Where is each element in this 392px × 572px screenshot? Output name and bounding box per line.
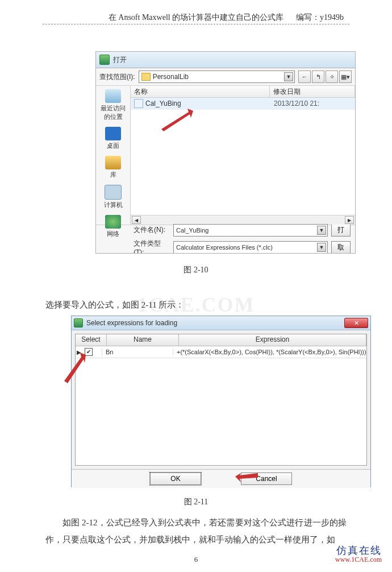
file-list-header: 名称 修改日期 <box>131 86 355 98</box>
dialog-button-row: OK Cancel <box>72 469 370 488</box>
chevron-down-icon[interactable]: ▼ <box>317 243 326 252</box>
file-date: 2013/12/10 21: <box>274 100 319 107</box>
header-divider <box>43 24 349 24</box>
place-recent[interactable]: 最近访问的位置 <box>98 88 128 123</box>
filename-value: Cal_YuBing <box>176 227 209 234</box>
grid-row[interactable]: ▶ ✔ Bn +(*(ScalarX(<Bx,By,0>), Cos(PHI))… <box>76 346 366 358</box>
svg-marker-0 <box>161 109 193 131</box>
cancel-button[interactable]: 取 <box>331 241 351 254</box>
filename-field[interactable]: Cal_YuBing ▼ <box>173 224 328 237</box>
nav-newfolder-button[interactable]: ✧ <box>326 71 338 83</box>
place-computer[interactable]: 计算机 <box>98 184 128 212</box>
scroll-left-icon[interactable]: ◀ <box>132 216 141 224</box>
open-dialog-titlebar: 打开 <box>96 52 355 68</box>
place-library-label: 库 <box>110 171 116 179</box>
expression-grid: Select Name Expression ▶ ✔ Bn +(*(Scalar… <box>75 334 367 466</box>
filetype-value: Calculator Expressions Files (*.clc) <box>176 244 273 251</box>
nav-back-button[interactable]: ← <box>298 71 311 83</box>
place-desktop-label: 桌面 <box>107 142 119 150</box>
file-name: Cal_YuBing <box>145 100 274 107</box>
col-name[interactable]: Name <box>107 334 179 346</box>
close-icon: ✕ <box>354 320 359 327</box>
col-date[interactable]: 修改日期 <box>270 86 355 97</box>
page-number: 6 <box>0 555 392 564</box>
open-dialog-title: 打开 <box>113 55 127 65</box>
dialog-titlebar: Select expressions for loading ✕ <box>72 316 370 330</box>
nav-viewmenu-button[interactable]: ▦▾ <box>339 71 352 83</box>
col-expression[interactable]: Expression <box>179 334 366 346</box>
col-name[interactable]: 名称 <box>131 86 270 97</box>
row-expression: +(*(ScalarX(<Bx,By,0>), Cos(PHI)), *(Sca… <box>173 349 366 355</box>
grid-header: Select Name Expression <box>76 334 366 346</box>
lookin-combo[interactable]: PersonalLib ▼ <box>139 71 295 83</box>
footer-brand-cn: 仿真在线 <box>335 546 382 555</box>
place-library[interactable]: 库 <box>98 155 128 181</box>
place-desktop[interactable]: 桌面 <box>98 126 128 152</box>
place-network[interactable]: 网络 <box>98 214 128 241</box>
dialog-title: Select expressions for loading <box>86 319 177 327</box>
close-button[interactable]: ✕ <box>344 318 368 328</box>
app-icon <box>99 55 110 65</box>
paragraph-2: 如图 2-12，公式已经导入到公式表中，若还需要对这个公式进行进一步的操作，只要… <box>45 514 347 548</box>
folder-icon <box>141 73 151 81</box>
lookin-value: PersonalLib <box>153 73 189 81</box>
filename-label: 文件名(N): <box>134 225 170 235</box>
cancel-button[interactable]: Cancel <box>241 472 292 485</box>
file-list[interactable]: 名称 修改日期 Cal_YuBing 2013/12/10 21: ◀ ▶ <box>131 86 355 225</box>
library-icon <box>105 156 121 169</box>
footer-brand-en: www.1CAE.com <box>335 555 382 564</box>
row-checkbox[interactable]: ✔ <box>85 348 93 356</box>
desktop-icon <box>105 127 121 140</box>
file-icon <box>134 99 143 108</box>
place-computer-label: 计算机 <box>104 201 123 209</box>
figure1-caption: 图 2-10 <box>0 265 392 275</box>
figure2-caption: 图 2-11 <box>0 497 392 507</box>
row-indicator-icon: ▶ <box>77 349 81 355</box>
computer-icon <box>105 185 122 200</box>
place-recent-label: 最近访问的位置 <box>98 104 128 121</box>
footer-brand: 仿真在线 www.1CAE.com <box>335 546 382 564</box>
filetype-field[interactable]: Calculator Expressions Files (*.clc) ▼ <box>173 241 328 254</box>
row-name: Bn <box>102 349 173 355</box>
nav-up-button[interactable]: ↰ <box>312 71 324 83</box>
app-icon <box>74 318 83 328</box>
chevron-down-icon[interactable]: ▼ <box>284 72 293 81</box>
annotation-arrow-icon <box>159 109 199 131</box>
lookin-label: 查找范围(I): <box>99 72 135 82</box>
file-row[interactable]: Cal_YuBing 2013/12/10 21: <box>131 98 355 110</box>
paragraph-1: 选择要导入的公式，如图 2-11 所示： <box>45 297 347 312</box>
doc-header-author: 编写：y1949b <box>296 13 344 23</box>
filetype-label: 文件类型(T): <box>134 239 170 254</box>
ok-button[interactable]: OK <box>150 472 201 485</box>
file-list-scrollbar[interactable]: ◀ ▶ <box>131 215 355 225</box>
network-icon <box>105 215 121 229</box>
open-dialog: 打开 查找范围(I): PersonalLib ▼ ← ↰ ✧ ▦▾ 最近访问的… <box>95 51 356 254</box>
chevron-down-icon[interactable]: ▼ <box>317 226 326 235</box>
select-expressions-dialog: Select expressions for loading ✕ Select … <box>71 316 371 487</box>
place-network-label: 网络 <box>107 230 119 238</box>
scroll-right-icon[interactable]: ▶ <box>345 216 354 224</box>
places-bar: 最近访问的位置 桌面 库 计算机 网络 <box>96 86 131 225</box>
col-select[interactable]: Select <box>76 334 107 346</box>
recent-icon <box>105 89 121 103</box>
open-button[interactable]: 打 <box>331 224 351 237</box>
